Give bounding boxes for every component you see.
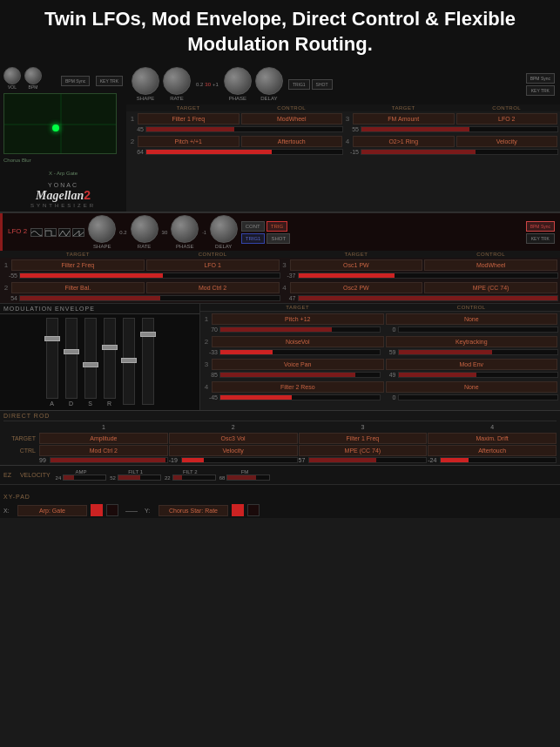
menv-r2-control[interactable]: Keytracking <box>386 336 558 347</box>
menv-s2-l[interactable] <box>219 349 381 355</box>
top-key-trk[interactable]: KEY TRK <box>96 76 123 86</box>
lfo1-s2-r[interactable] <box>361 149 558 155</box>
dr-target4[interactable]: Maxim. Drift <box>428 433 557 444</box>
menv-s3-l[interactable] <box>219 372 381 378</box>
xy-y-dropdown[interactable]: Chorus Star: Rate <box>159 505 228 516</box>
xy-x-dropdown[interactable]: Arp: Gate <box>17 505 87 516</box>
menv-r3-control[interactable]: Mod Env <box>386 359 558 370</box>
lfo1-rate-knob[interactable] <box>163 67 191 95</box>
dr-s4[interactable] <box>440 457 557 463</box>
lfo1-shape-knob[interactable] <box>132 67 159 95</box>
lfo1-r2-control[interactable]: Aftertouch <box>241 136 343 147</box>
adsr-extra1-thumb[interactable] <box>121 358 137 363</box>
lfo2-s1-l[interactable] <box>19 273 280 279</box>
menv-s1-r[interactable] <box>398 326 559 333</box>
lfo2-r2-target[interactable]: Filter Bal. <box>11 282 145 293</box>
bpm-knob[interactable] <box>24 67 42 84</box>
lfo2-s1-r[interactable] <box>298 273 559 279</box>
lfo1-r1-control2[interactable]: LFO 2 <box>456 113 558 124</box>
lfo1-r2-target2[interactable]: O2>1 Ring <box>353 136 455 147</box>
ez-fm-slider[interactable] <box>226 474 270 481</box>
menv-r4-control[interactable]: None <box>386 381 558 393</box>
lfo1-s1-l[interactable] <box>145 126 343 132</box>
vol-knob[interactable] <box>3 67 21 84</box>
menv-s1-l[interactable] <box>219 326 381 333</box>
lfo2-r1-target2[interactable]: Osc1 PW <box>290 259 423 271</box>
lfo2-r2-control2[interactable]: MPE (CC 74) <box>424 282 557 293</box>
dr-s3[interactable] <box>308 457 427 463</box>
xy-y-red-btn[interactable] <box>232 504 244 516</box>
dr-target1[interactable]: Amplitude <box>39 433 168 444</box>
lfo1-trig1-btn[interactable]: TRIG1 <box>288 79 310 90</box>
lfo2-cont-btn[interactable]: CONT <box>241 221 265 232</box>
lfo1-delay-knob[interactable] <box>255 67 283 95</box>
dr-ctrl1[interactable]: Mod Ctrl 2 <box>39 445 168 456</box>
lfo2-shot-btn[interactable]: SHOT <box>267 233 290 244</box>
sawtooth-wave-icon[interactable] <box>72 228 84 237</box>
dr-s1[interactable] <box>50 457 168 463</box>
menv-r3-target[interactable]: Voice Pan <box>212 359 384 370</box>
lfo2-r1-control2[interactable]: ModWheel <box>424 259 557 271</box>
menv-r1-control[interactable]: None <box>386 313 558 325</box>
lfo1-bpm-sync[interactable]: BPM Sync <box>526 73 555 84</box>
menv-r4-target[interactable]: Filter 2 Reso <box>212 381 384 393</box>
menv-r2-target[interactable]: NoiseVol <box>212 336 384 347</box>
dr-ctrl2[interactable]: Velocity <box>169 445 298 456</box>
sine-wave-icon[interactable] <box>30 228 43 237</box>
menv-s3-r[interactable] <box>398 372 559 378</box>
adsr-r-fader[interactable] <box>104 318 116 399</box>
adsr-extra1-fader[interactable] <box>123 318 135 405</box>
lfo2-r1-target[interactable]: Filter 2 Freq <box>11 259 145 271</box>
dr-target2[interactable]: Osc3 Vol <box>169 433 298 444</box>
lfo2-r2-control[interactable]: Mod Ctrl 2 <box>146 282 280 293</box>
lfo2-key-trk[interactable]: KEY TRK <box>526 233 555 244</box>
ez-amp-slider[interactable] <box>63 474 106 481</box>
lfo2-r1-control[interactable]: LFO 1 <box>146 259 280 271</box>
lfo1-r2-target[interactable]: Pitch +/+1 <box>138 136 240 147</box>
lfo2-s2-l[interactable] <box>19 295 280 301</box>
dr-s2[interactable] <box>181 457 298 463</box>
square-wave-icon[interactable] <box>44 228 57 237</box>
adsr-a-fader[interactable] <box>46 318 58 399</box>
ez-filt1-slider[interactable] <box>118 474 161 481</box>
lfo1-shot-btn[interactable]: SHOT <box>312 79 333 90</box>
lfo2-delay-knob[interactable] <box>210 215 238 243</box>
lfo2-trig1-btn[interactable]: TRIG1 <box>241 233 266 244</box>
adsr-r-thumb[interactable] <box>102 345 118 350</box>
lfo1-s1-r[interactable] <box>361 126 558 132</box>
adsr-extra2-fader[interactable] <box>142 318 154 405</box>
lfo1-r2-control2[interactable]: Velocity <box>456 136 558 147</box>
lfo2-shape-knob[interactable] <box>88 215 116 243</box>
dr-ctrl3[interactable]: MPE (CC 74) <box>299 445 428 456</box>
top-bpm-sync[interactable]: BPM Sync <box>61 76 90 86</box>
xy-y-dark-btn[interactable] <box>247 504 260 516</box>
xy-x-red-btn[interactable] <box>91 504 103 516</box>
lfo1-phase-knob[interactable] <box>224 67 252 95</box>
adsr-s-thumb[interactable] <box>83 362 98 367</box>
adsr-d-fader[interactable] <box>65 318 78 399</box>
dr-target3[interactable]: Filter 1 Freq <box>299 433 428 444</box>
dr-ctrl4[interactable]: Aftertouch <box>428 445 557 456</box>
lfo1-r1-target[interactable]: Filter 1 Freq <box>138 113 240 124</box>
lfo2-phase-knob[interactable] <box>171 215 199 243</box>
adsr-a-thumb[interactable] <box>44 336 60 341</box>
menv-s2-r[interactable] <box>398 349 559 355</box>
triangle-wave-icon[interactable] <box>58 228 71 237</box>
menv-s4-l[interactable] <box>219 394 381 400</box>
lfo1-r1-target2[interactable]: FM Amount <box>353 113 455 124</box>
adsr-d-thumb[interactable] <box>64 349 79 354</box>
menv-r1-target[interactable]: Pitch +12 <box>212 313 384 325</box>
lfo1-key-trk[interactable]: KEY TRK <box>526 85 555 96</box>
xy-x-dark-btn[interactable] <box>106 504 118 516</box>
lfo1-r1-control[interactable]: ModWheel <box>241 113 343 124</box>
menv-s4-r[interactable] <box>398 394 559 400</box>
lfo2-bpm-sync[interactable]: BPM Sync <box>526 221 555 232</box>
lfo2-rate-knob[interactable] <box>131 215 159 243</box>
lfo2-r2-target2[interactable]: Osc2 PW <box>290 282 423 293</box>
lfo2-s2-r[interactable] <box>298 295 559 301</box>
lfo1-s2-l[interactable] <box>145 149 343 155</box>
adsr-s-fader[interactable] <box>84 318 97 399</box>
adsr-extra2-thumb[interactable] <box>140 332 156 337</box>
ez-filt2-slider[interactable] <box>172 474 216 481</box>
lfo2-trig-btn[interactable]: TRIG <box>267 221 287 232</box>
